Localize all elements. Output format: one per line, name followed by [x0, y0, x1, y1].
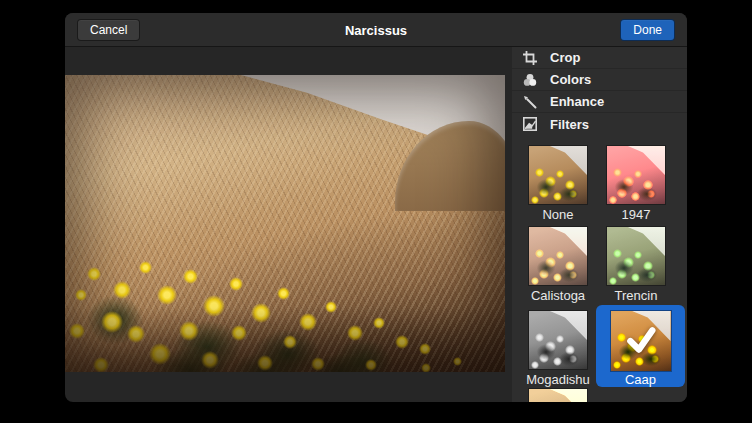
filter-label: Calistoga	[519, 288, 597, 303]
tool-item-crop[interactable]: Crop	[512, 47, 687, 69]
photo-canvas	[65, 75, 505, 372]
filter-tile-calistoga[interactable]: Calistoga	[519, 227, 597, 303]
crop-icon	[522, 50, 538, 66]
colors-icon	[522, 72, 538, 88]
filters-icon	[522, 116, 538, 132]
page-title: Narcissus	[65, 13, 687, 47]
tool-label: Enhance	[550, 94, 604, 109]
filter-tile-trencin[interactable]: Trencin	[597, 227, 675, 303]
filter-tile-1947[interactable]: 1947	[597, 146, 675, 222]
tool-item-enhance[interactable]: Enhance	[512, 91, 687, 113]
filter-thumbnail	[607, 227, 665, 285]
filter-thumbnail	[529, 389, 587, 402]
filter-thumbnail	[529, 227, 587, 285]
filter-label: Trencin	[597, 288, 675, 303]
filter-tile-partial[interactable]	[519, 389, 597, 402]
cancel-button[interactable]: Cancel	[77, 19, 140, 41]
filter-tile-mogadishu[interactable]: Mogadishu	[519, 311, 597, 387]
filter-thumbnail	[529, 146, 587, 204]
header-bar: Cancel Narcissus Done	[65, 13, 687, 47]
checkmark-icon	[624, 323, 658, 357]
done-button[interactable]: Done	[620, 19, 675, 41]
tool-label: Filters	[550, 117, 589, 132]
filter-thumbnail	[607, 146, 665, 204]
filter-thumbnail	[529, 311, 587, 369]
filter-label: Caap	[596, 372, 685, 387]
tool-label: Crop	[550, 50, 580, 65]
tool-item-filters[interactable]: Filters	[512, 113, 687, 135]
filter-thumbnail	[611, 311, 671, 371]
enhance-icon	[522, 94, 538, 110]
edit-sidebar: Crop Colors Enhance	[512, 47, 687, 402]
filter-label: 1947	[597, 207, 675, 222]
filter-label: Mogadishu	[519, 372, 597, 387]
tool-item-colors[interactable]: Colors	[512, 69, 687, 91]
filter-tile-caap-selected[interactable]: Caap	[596, 305, 685, 387]
photo-editor-window: Cancel Narcissus Done Crop	[65, 13, 687, 402]
tool-label: Colors	[550, 72, 591, 87]
photo-vignette	[65, 75, 505, 372]
filter-tile-none[interactable]: None	[519, 146, 597, 222]
filter-label: None	[519, 207, 597, 222]
